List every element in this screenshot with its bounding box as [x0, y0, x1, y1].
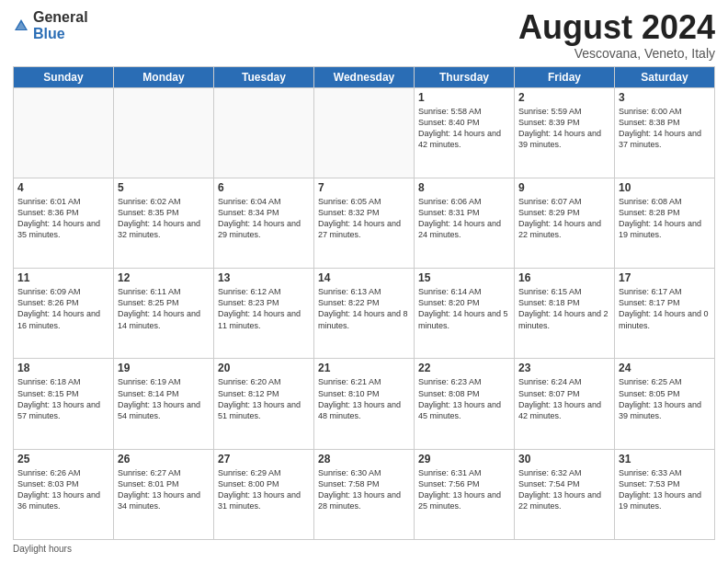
day-number: 25 [17, 453, 109, 465]
calendar-cell: 14Sunrise: 6:13 AM Sunset: 8:22 PM Dayli… [314, 269, 415, 359]
logo: General Blue [13, 9, 88, 41]
calendar-cell: 4Sunrise: 6:01 AM Sunset: 8:36 PM Daylig… [14, 178, 114, 268]
calendar-cell: 26Sunrise: 6:27 AM Sunset: 8:01 PM Dayli… [114, 449, 214, 539]
day-info: Sunrise: 6:30 AM Sunset: 7:58 PM Dayligh… [318, 467, 410, 512]
day-of-week-header: Tuesday [214, 66, 314, 87]
logo-text: General Blue [33, 9, 88, 41]
calendar-cell: 27Sunrise: 6:29 AM Sunset: 8:00 PM Dayli… [214, 449, 314, 539]
calendar-cell: 24Sunrise: 6:25 AM Sunset: 8:05 PM Dayli… [615, 359, 715, 449]
day-number: 13 [218, 271, 310, 284]
day-info: Sunrise: 6:27 AM Sunset: 8:01 PM Dayligh… [118, 467, 210, 512]
day-number: 12 [118, 271, 210, 284]
day-info: Sunrise: 6:25 AM Sunset: 8:05 PM Dayligh… [619, 376, 711, 421]
month-year: August 2024 [518, 9, 715, 46]
day-info: Sunrise: 6:06 AM Sunset: 8:31 PM Dayligh… [418, 196, 510, 241]
calendar-cell: 22Sunrise: 6:23 AM Sunset: 8:08 PM Dayli… [415, 359, 515, 449]
calendar-week-row: 4Sunrise: 6:01 AM Sunset: 8:36 PM Daylig… [14, 178, 715, 268]
calendar-cell: 10Sunrise: 6:08 AM Sunset: 8:28 PM Dayli… [615, 178, 715, 268]
day-info: Sunrise: 6:11 AM Sunset: 8:25 PM Dayligh… [118, 286, 210, 331]
day-number: 21 [318, 362, 410, 374]
header: General Blue August 2024 Vescovana, Vene… [13, 9, 715, 61]
day-info: Sunrise: 6:18 AM Sunset: 8:15 PM Dayligh… [17, 376, 109, 421]
day-of-week-header: Thursday [415, 66, 515, 87]
day-number: 3 [619, 91, 711, 104]
day-info: Sunrise: 6:08 AM Sunset: 8:28 PM Dayligh… [619, 196, 711, 241]
day-info: Sunrise: 6:23 AM Sunset: 8:08 PM Dayligh… [418, 376, 510, 421]
day-info: Sunrise: 6:26 AM Sunset: 8:03 PM Dayligh… [17, 467, 109, 512]
day-number: 22 [418, 362, 510, 374]
day-of-week-header: Monday [114, 66, 214, 87]
day-number: 9 [518, 181, 610, 194]
day-number: 23 [518, 362, 610, 374]
day-info: Sunrise: 6:29 AM Sunset: 8:00 PM Dayligh… [218, 467, 310, 512]
day-info: Sunrise: 6:07 AM Sunset: 8:29 PM Dayligh… [518, 196, 610, 241]
day-number: 17 [619, 271, 711, 284]
calendar-cell: 19Sunrise: 6:19 AM Sunset: 8:14 PM Dayli… [114, 359, 214, 449]
day-number: 31 [619, 453, 711, 465]
calendar-cell: 15Sunrise: 6:14 AM Sunset: 8:20 PM Dayli… [415, 269, 515, 359]
day-number: 11 [17, 271, 109, 284]
calendar-cell: 3Sunrise: 6:00 AM Sunset: 8:38 PM Daylig… [615, 87, 715, 178]
day-of-week-header: Wednesday [314, 66, 415, 87]
calendar-cell [314, 87, 415, 178]
calendar-cell [14, 87, 114, 178]
days-header-row: SundayMondayTuesdayWednesdayThursdayFrid… [14, 66, 715, 87]
calendar-table: SundayMondayTuesdayWednesdayThursdayFrid… [13, 66, 715, 540]
calendar-cell: 31Sunrise: 6:33 AM Sunset: 7:53 PM Dayli… [615, 449, 715, 539]
calendar-header: SundayMondayTuesdayWednesdayThursdayFrid… [14, 66, 715, 87]
subtitle: Vescovana, Veneto, Italy [518, 46, 715, 61]
day-info: Sunrise: 6:21 AM Sunset: 8:10 PM Dayligh… [318, 376, 410, 421]
calendar-cell: 13Sunrise: 6:12 AM Sunset: 8:23 PM Dayli… [214, 269, 314, 359]
day-info: Sunrise: 6:32 AM Sunset: 7:54 PM Dayligh… [518, 467, 610, 512]
calendar-cell: 8Sunrise: 6:06 AM Sunset: 8:31 PM Daylig… [415, 178, 515, 268]
calendar-week-row: 1Sunrise: 5:58 AM Sunset: 8:40 PM Daylig… [14, 87, 715, 178]
day-info: Sunrise: 6:05 AM Sunset: 8:32 PM Dayligh… [318, 196, 410, 241]
calendar-cell: 5Sunrise: 6:02 AM Sunset: 8:35 PM Daylig… [114, 178, 214, 268]
day-number: 15 [418, 271, 510, 284]
calendar-cell: 25Sunrise: 6:26 AM Sunset: 8:03 PM Dayli… [14, 449, 114, 539]
day-number: 2 [518, 91, 610, 104]
day-info: Sunrise: 6:19 AM Sunset: 8:14 PM Dayligh… [118, 376, 210, 421]
calendar-cell: 23Sunrise: 6:24 AM Sunset: 8:07 PM Dayli… [515, 359, 615, 449]
calendar-cell: 6Sunrise: 6:04 AM Sunset: 8:34 PM Daylig… [214, 178, 314, 268]
day-number: 6 [218, 181, 310, 194]
day-number: 30 [518, 453, 610, 465]
calendar-body: 1Sunrise: 5:58 AM Sunset: 8:40 PM Daylig… [14, 87, 715, 539]
calendar-cell: 1Sunrise: 5:58 AM Sunset: 8:40 PM Daylig… [415, 87, 515, 178]
logo-icon [13, 17, 29, 34]
day-number: 14 [318, 271, 410, 284]
calendar-cell: 30Sunrise: 6:32 AM Sunset: 7:54 PM Dayli… [515, 449, 615, 539]
page: General Blue August 2024 Vescovana, Vene… [0, 0, 728, 563]
day-number: 29 [418, 453, 510, 465]
calendar-cell: 11Sunrise: 6:09 AM Sunset: 8:26 PM Dayli… [14, 269, 114, 359]
day-of-week-header: Sunday [14, 66, 114, 87]
day-info: Sunrise: 6:14 AM Sunset: 8:20 PM Dayligh… [418, 286, 510, 331]
day-number: 28 [318, 453, 410, 465]
day-number: 8 [418, 181, 510, 194]
calendar-cell: 20Sunrise: 6:20 AM Sunset: 8:12 PM Dayli… [214, 359, 314, 449]
day-info: Sunrise: 6:17 AM Sunset: 8:17 PM Dayligh… [619, 286, 711, 331]
calendar-cell: 28Sunrise: 6:30 AM Sunset: 7:58 PM Dayli… [314, 449, 415, 539]
day-number: 20 [218, 362, 310, 374]
day-number: 10 [619, 181, 711, 194]
calendar-cell: 9Sunrise: 6:07 AM Sunset: 8:29 PM Daylig… [515, 178, 615, 268]
calendar-cell: 12Sunrise: 6:11 AM Sunset: 8:25 PM Dayli… [114, 269, 214, 359]
day-number: 5 [118, 181, 210, 194]
day-info: Sunrise: 6:24 AM Sunset: 8:07 PM Dayligh… [518, 376, 610, 421]
day-info: Sunrise: 6:12 AM Sunset: 8:23 PM Dayligh… [218, 286, 310, 331]
calendar-week-row: 25Sunrise: 6:26 AM Sunset: 8:03 PM Dayli… [14, 449, 715, 539]
day-info: Sunrise: 6:20 AM Sunset: 8:12 PM Dayligh… [218, 376, 310, 421]
day-info: Sunrise: 6:31 AM Sunset: 7:56 PM Dayligh… [418, 467, 510, 512]
day-of-week-header: Friday [515, 66, 615, 87]
day-number: 24 [619, 362, 711, 374]
day-info: Sunrise: 6:04 AM Sunset: 8:34 PM Dayligh… [218, 196, 310, 241]
day-number: 16 [518, 271, 610, 284]
calendar-cell: 21Sunrise: 6:21 AM Sunset: 8:10 PM Dayli… [314, 359, 415, 449]
day-info: Sunrise: 6:33 AM Sunset: 7:53 PM Dayligh… [619, 467, 711, 512]
calendar-cell: 2Sunrise: 5:59 AM Sunset: 8:39 PM Daylig… [515, 87, 615, 178]
day-number: 1 [418, 91, 510, 104]
day-info: Sunrise: 6:01 AM Sunset: 8:36 PM Dayligh… [17, 196, 109, 241]
day-number: 27 [218, 453, 310, 465]
day-number: 26 [118, 453, 210, 465]
calendar-cell [214, 87, 314, 178]
